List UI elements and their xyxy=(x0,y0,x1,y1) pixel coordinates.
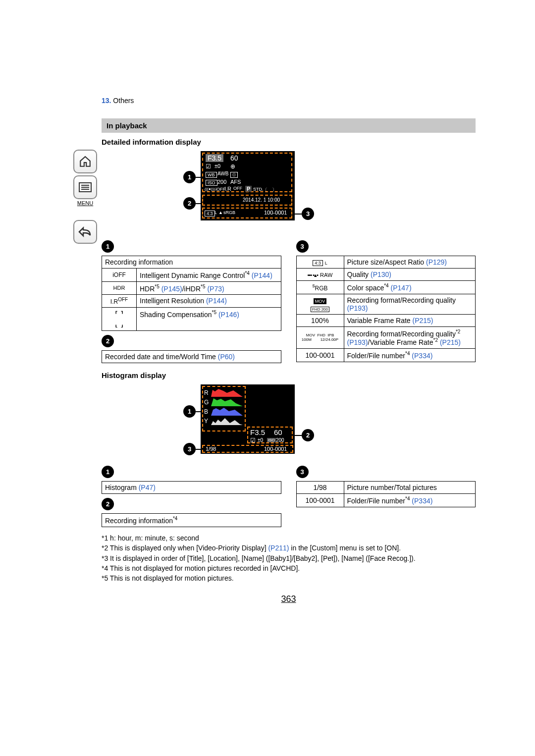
callout-h2b: 2 xyxy=(102,498,114,510)
table-histogram: Histogram (P47) xyxy=(102,481,281,494)
link-p60[interactable]: (P60) xyxy=(218,353,235,361)
link-p144b[interactable]: (P144) xyxy=(206,297,227,305)
callout-h1b: 1 xyxy=(102,466,114,478)
callout-2: 2 xyxy=(183,197,196,210)
page-number: 363 xyxy=(102,594,476,604)
callout-h1: 1 xyxy=(183,405,196,418)
link-p215b[interactable]: (P215) xyxy=(440,338,461,346)
detailed-heading: Detailed information display xyxy=(102,138,476,146)
ev-icon: ☑ xyxy=(206,163,211,170)
back-icon[interactable] xyxy=(73,220,97,244)
link-p144[interactable]: (P144) xyxy=(252,271,272,279)
callout-2b: 2 xyxy=(102,335,114,347)
link-p129[interactable]: (P129) xyxy=(426,258,447,266)
breadcrumb: 13. Others xyxy=(102,97,476,105)
callout-3b: 3 xyxy=(296,240,309,253)
link-p193b[interactable]: (P193) xyxy=(347,338,368,346)
callout-3: 3 xyxy=(302,208,314,220)
table-rec-info: Recording information*4 xyxy=(102,513,281,527)
table-rec-date: Recorded date and time/World Time (P60) xyxy=(102,350,281,363)
menu-label: MENU xyxy=(77,200,93,206)
callout-1b: 1 xyxy=(102,240,114,253)
footnotes: *1 h: hour, m: minute, s: second *2 This… xyxy=(102,533,476,583)
callout-h3: 3 xyxy=(183,443,196,455)
link-p146[interactable]: (P146) xyxy=(218,311,239,319)
link-p47[interactable]: (P47) xyxy=(139,484,156,491)
table-picture-info: 4:3 L Picture size/Aspect Ratio (P129) ▪… xyxy=(296,256,476,362)
section-title: In playback xyxy=(102,118,476,133)
histogram-heading: Histogram display xyxy=(102,371,476,379)
table-recording-info: Recording information iOFF Intelligent D… xyxy=(102,256,281,331)
home-icon[interactable] xyxy=(73,150,97,173)
link-p211[interactable]: (P211) xyxy=(268,544,289,552)
callout-h3b: 3 xyxy=(296,466,309,478)
link-p73[interactable]: (P73) xyxy=(207,284,224,292)
table-file-info: 1/98 Picture number/Total pictures 100-0… xyxy=(296,481,476,507)
cam-display-histogram: R G B Y F3.5 60 ☑ ±0 ISO 200 1/98 100-00… xyxy=(201,384,295,454)
link-p147[interactable]: (P147) xyxy=(391,284,412,292)
callout-h2: 2 xyxy=(302,429,314,441)
link-p193[interactable]: (P193) xyxy=(347,304,368,312)
link-p334b[interactable]: (P334) xyxy=(412,497,432,505)
cam-display-detailed: F3.5 60 ☑ ±0 ⊕ WB AWB ⦾ ISO 200 AFS (((●… xyxy=(201,151,295,220)
link-p334[interactable]: (P334) xyxy=(412,352,432,360)
link-p145[interactable]: (P145) xyxy=(161,284,182,292)
link-p130[interactable]: (P130) xyxy=(371,270,391,278)
contents-icon[interactable] xyxy=(73,175,97,199)
callout-1: 1 xyxy=(183,171,196,183)
link-p215[interactable]: (P215) xyxy=(413,317,433,324)
